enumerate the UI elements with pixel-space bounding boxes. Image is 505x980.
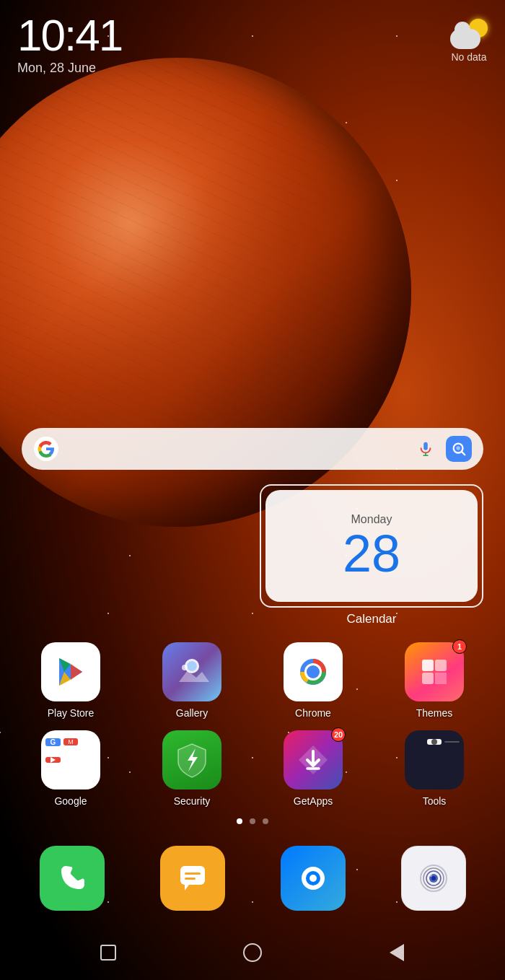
app-security[interactable]: Security — [134, 730, 250, 807]
getapps-svg — [294, 741, 332, 779]
gallery-icon-wrap — [162, 642, 221, 701]
security-icon — [162, 730, 221, 789]
cloud-icon — [450, 29, 480, 49]
dock-chat[interactable] — [255, 846, 370, 911]
svg-point-5 — [456, 446, 460, 450]
phone-svg — [54, 860, 90, 896]
page-dots — [0, 818, 505, 824]
svg-rect-19 — [435, 660, 447, 671]
nav-bar — [0, 932, 505, 980]
google-icon: G M — [41, 730, 100, 789]
t2 — [427, 739, 442, 745]
svg-point-28 — [309, 875, 317, 882]
gallery-label: Gallery — [176, 707, 208, 719]
dock-messages[interactable] — [135, 846, 250, 911]
weather-label: No data — [451, 51, 486, 63]
recent-icon — [100, 945, 116, 961]
google-logo — [33, 436, 59, 462]
getapps-badge: 20 — [331, 727, 346, 742]
home-button[interactable] — [240, 940, 265, 966]
calendar-day: 28 — [343, 528, 400, 579]
back-icon — [390, 944, 404, 961]
dot-3[interactable] — [263, 818, 268, 824]
messages-svg — [175, 860, 211, 896]
gallery-svg — [173, 653, 211, 691]
app-playstore[interactable]: Play Store — [13, 642, 128, 719]
playstore-label: Play Store — [48, 707, 95, 719]
recent-button[interactable] — [95, 940, 121, 966]
phone-icon — [40, 846, 105, 911]
app-grid-row1: Play Store Gallery — [0, 642, 505, 719]
svg-rect-22 — [180, 866, 205, 885]
themes-svg — [416, 654, 452, 690]
search-bar[interactable] — [22, 428, 483, 470]
getapps-icon-wrap: 20 — [284, 730, 343, 789]
dock-camera[interactable] — [376, 846, 491, 911]
calendar-label: Calendar — [260, 612, 483, 626]
chat-icon — [281, 846, 346, 911]
dot-2[interactable] — [250, 818, 255, 824]
g-yt — [45, 757, 61, 763]
svg-point-34 — [429, 874, 432, 877]
svg-rect-25 — [185, 878, 196, 880]
svg-point-33 — [431, 876, 436, 880]
app-gallery[interactable]: Gallery — [134, 642, 250, 719]
svg-point-13 — [182, 665, 188, 670]
status-left: 10:41 Mon, 28 June — [17, 13, 122, 76]
calendar-widget[interactable]: Monday 28 — [265, 490, 478, 602]
getapps-label: GetApps — [294, 795, 333, 807]
calendar-widget-area: Monday 28 Calendar — [0, 484, 505, 626]
calendar-month: Monday — [351, 513, 392, 526]
dock-phone[interactable] — [14, 846, 129, 911]
svg-point-12 — [187, 661, 197, 671]
lens-icon — [451, 441, 467, 457]
back-button[interactable] — [384, 940, 410, 966]
lens-button[interactable] — [446, 436, 472, 462]
app-google[interactable]: G M Google — [13, 730, 128, 807]
svg-marker-23 — [185, 885, 189, 891]
app-chrome[interactable]: Chrome — [255, 642, 371, 719]
svg-rect-18 — [422, 660, 434, 671]
clock: 10:41 — [17, 13, 122, 58]
playstore-icon-wrap — [41, 642, 100, 701]
chrome-icon — [284, 642, 343, 701]
playstore-icon — [41, 642, 100, 701]
camera-icon — [401, 846, 466, 911]
google-icon-wrap: G M — [41, 730, 100, 789]
g-g: G — [45, 738, 61, 746]
dock — [0, 846, 505, 911]
camera-svg — [415, 859, 452, 897]
svg-rect-1 — [423, 442, 428, 450]
calendar-widget-wrapper: Monday 28 Calendar — [260, 484, 483, 626]
app-tools[interactable]: Tools — [377, 730, 492, 807]
tools-icon — [405, 730, 464, 789]
dot-1[interactable] — [237, 818, 242, 824]
mic-icon — [418, 441, 434, 457]
weather-widget: No data — [450, 19, 488, 63]
tools-label: Tools — [423, 795, 447, 807]
app-themes[interactable]: 1 Themes — [377, 642, 492, 719]
home-icon — [243, 943, 262, 962]
tools-icon-wrap — [405, 730, 464, 789]
date: Mon, 28 June — [17, 61, 122, 76]
status-bar: 10:41 Mon, 28 June No data — [0, 0, 505, 76]
security-label: Security — [174, 795, 211, 807]
svg-rect-20 — [422, 673, 434, 684]
chrome-icon-wrap — [284, 642, 343, 701]
themes-icon-wrap: 1 — [405, 642, 464, 701]
mic-button[interactable] — [413, 436, 439, 462]
svg-line-6 — [462, 452, 465, 455]
google-label: Google — [54, 795, 87, 807]
chat-svg — [295, 860, 331, 896]
chrome-svg — [293, 652, 333, 692]
playstore-svg — [53, 654, 89, 690]
t3 — [444, 741, 460, 743]
app-getapps[interactable]: 20 GetApps — [255, 730, 371, 807]
themes-label: Themes — [416, 707, 453, 719]
svg-point-17 — [307, 665, 320, 678]
security-icon-wrap — [162, 730, 221, 789]
weather-icon — [450, 19, 488, 49]
chrome-label: Chrome — [295, 707, 331, 719]
search-bar-container — [0, 428, 505, 470]
app-grid-row2: G M Google — [0, 730, 505, 807]
